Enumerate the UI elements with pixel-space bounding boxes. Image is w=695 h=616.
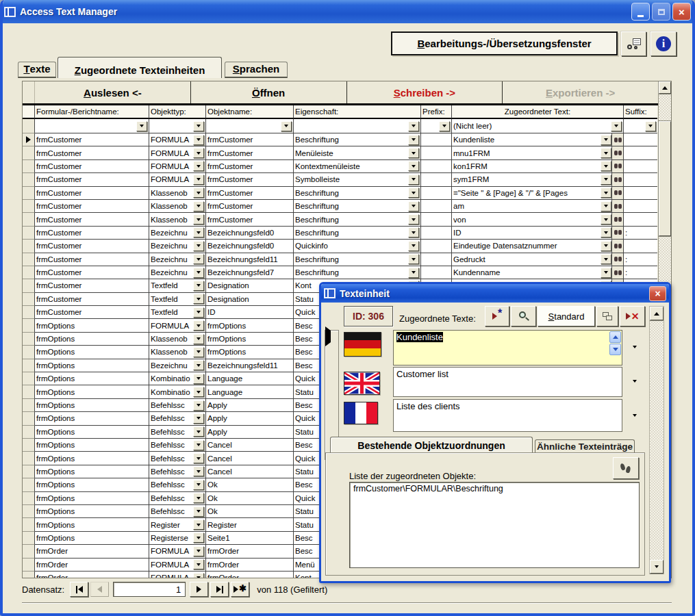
row-selector[interactable] [23, 518, 35, 531]
cell-objektname[interactable]: Apply [206, 399, 294, 412]
cell-objekttyp[interactable]: Befehlssc [149, 439, 206, 452]
chevron-down-icon[interactable] [136, 121, 147, 131]
scroll-up-icon[interactable] [609, 331, 621, 343]
filter-eigenschaft[interactable] [294, 119, 421, 133]
cell-objektname[interactable]: Designation [206, 279, 294, 292]
cell-eigenschaft[interactable]: Beschriftung [294, 266, 421, 279]
chevron-down-icon[interactable] [193, 121, 204, 131]
chevron-down-icon[interactable] [601, 268, 611, 278]
cell-zugeordneter-text[interactable]: am [452, 200, 624, 213]
cell-objektname[interactable]: Language [206, 385, 294, 398]
oeffnen-button[interactable]: Öffnen [191, 81, 347, 103]
cell-objektname[interactable]: frmCustomer [206, 200, 294, 213]
chevron-down-icon[interactable] [193, 493, 204, 503]
chevron-down-icon[interactable] [408, 214, 419, 224]
new-record-button[interactable]: ✱ [231, 582, 249, 597]
chevron-down-icon[interactable] [193, 400, 204, 411]
delete-text-button[interactable]: ✕ [620, 306, 645, 326]
cell-objektname[interactable]: frmOptions [206, 333, 294, 346]
tab-texte[interactable]: Texte [18, 62, 56, 78]
english-text-input[interactable]: Customer list [393, 367, 622, 397]
chevron-down-icon[interactable] [193, 387, 204, 397]
row-selector[interactable] [23, 133, 35, 146]
auslesen-button[interactable]: Auslesen <- [35, 81, 191, 103]
search-button[interactable] [511, 306, 536, 326]
find-binoculars-icon[interactable] [611, 227, 623, 239]
cell-eigenschaft[interactable]: Beschriftung [294, 187, 421, 200]
chevron-down-icon[interactable] [601, 214, 611, 224]
chevron-down-icon[interactable] [193, 268, 204, 278]
cell-suffix[interactable] [624, 187, 657, 200]
cell-prefix[interactable] [421, 187, 452, 200]
chevron-down-icon[interactable] [601, 201, 611, 211]
cell-formular-berichtname[interactable]: frmOrder [35, 572, 149, 578]
cell-suffix[interactable]: : [624, 266, 657, 279]
row-selector[interactable] [23, 279, 35, 292]
chevron-down-icon[interactable] [193, 480, 204, 490]
cell-suffix[interactable]: : [624, 227, 657, 240]
cell-objekttyp[interactable]: Klassenob [149, 200, 206, 213]
find-binoculars-icon[interactable] [611, 187, 623, 199]
cell-prefix[interactable] [421, 173, 452, 186]
cell-prefix[interactable] [421, 200, 452, 213]
chevron-down-icon[interactable] [193, 413, 204, 424]
cell-formular-berichtname[interactable]: frmOptions [35, 359, 149, 372]
cell-objektname[interactable]: frmCustomer [206, 187, 294, 200]
cell-objektname[interactable]: Cancel [206, 439, 294, 452]
cell-objektname[interactable]: Register [206, 518, 294, 531]
cell-eigenschaft[interactable]: Symbolleiste [294, 173, 421, 186]
cell-suffix[interactable] [624, 200, 657, 213]
row-selector[interactable] [23, 372, 35, 385]
chevron-down-icon[interactable] [408, 135, 419, 145]
cell-objektname[interactable]: frmOrder [206, 545, 294, 558]
cell-formular-berichtname[interactable]: frmOptions [35, 518, 149, 531]
chevron-down-icon[interactable] [193, 546, 204, 556]
cell-prefix[interactable] [421, 227, 452, 240]
chevron-down-icon[interactable] [439, 121, 450, 131]
chevron-down-icon[interactable] [601, 188, 611, 198]
english-text-dropdown[interactable] [629, 375, 641, 387]
cell-objekttyp[interactable]: FORMULA [149, 319, 206, 332]
cell-zugeordneter-text[interactable]: von [452, 213, 624, 226]
tab-aehnliche-texteintraege[interactable]: Ähnliche Texteinträge [535, 439, 635, 453]
german-text-input[interactable]: Kundenliste [393, 330, 622, 365]
chevron-down-icon[interactable] [601, 241, 611, 251]
cell-objekttyp[interactable]: Befehlssc [149, 505, 206, 518]
cell-formular-berichtname[interactable]: frmOptions [35, 505, 149, 518]
cell-objektname[interactable]: Designation [206, 293, 294, 306]
find-binoculars-icon[interactable] [611, 253, 623, 266]
tab-bestehende-objektzuordnungen[interactable]: Bestehende Objektzuordnungen [330, 437, 533, 453]
cell-objekttyp[interactable]: FORMULA [149, 545, 206, 558]
row-selector[interactable] [23, 399, 35, 412]
wizard-button[interactable] [621, 31, 646, 56]
info-button[interactable]: i [650, 31, 677, 56]
cell-objektname[interactable]: Ok [206, 478, 294, 491]
cell-formular-berichtname[interactable]: frmOptions [35, 478, 149, 491]
row-selector[interactable] [23, 478, 35, 491]
row-selector[interactable] [23, 359, 35, 372]
row-selector[interactable] [23, 532, 35, 545]
cell-objektname[interactable]: frmCustomer [206, 173, 294, 186]
cell-objekttyp[interactable]: Bezeichnu [149, 266, 206, 279]
cell-objekttyp[interactable]: Bezeichnu [149, 359, 206, 372]
cell-eigenschaft[interactable]: Beschriftung [294, 213, 421, 226]
cell-objektname[interactable]: ID [206, 306, 294, 319]
chevron-down-icon[interactable] [601, 148, 611, 158]
row-selector[interactable] [23, 187, 35, 200]
row-selector[interactable] [23, 146, 35, 159]
table-row[interactable]: frmCustomer FORMULA frmCustomer Beschrif… [23, 133, 658, 146]
cell-formular-berichtname[interactable]: frmCustomer [35, 173, 149, 186]
chevron-down-icon[interactable] [408, 148, 419, 158]
next-record-button[interactable] [190, 582, 208, 597]
cell-suffix[interactable] [624, 160, 657, 173]
find-binoculars-icon[interactable] [611, 240, 623, 252]
cell-objekttyp[interactable]: Befehlssc [149, 465, 206, 478]
chevron-down-icon[interactable] [193, 254, 204, 264]
cell-objektname[interactable]: frmCustomer [206, 146, 294, 159]
cell-prefix[interactable] [421, 253, 452, 266]
cell-objekttyp[interactable]: Kombinatio [149, 372, 206, 385]
cell-suffix[interactable] [624, 213, 657, 226]
row-selector[interactable] [23, 346, 35, 359]
row-selector[interactable] [23, 452, 35, 465]
chevron-down-icon[interactable] [193, 374, 204, 384]
